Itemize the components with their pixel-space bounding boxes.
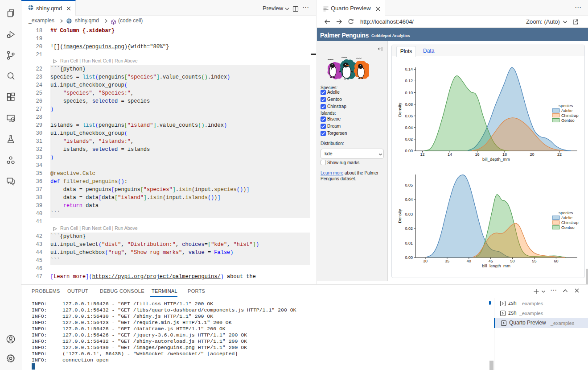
svg-text:35: 35 [445,259,449,263]
svg-text:bill_depth_mm: bill_depth_mm [482,157,510,162]
svg-text:Density: Density [397,209,402,223]
svg-text:55: 55 [532,259,536,263]
svg-text:Adelie: Adelie [561,216,572,220]
svg-text:0.12: 0.12 [405,79,413,83]
svg-text:14: 14 [448,152,452,157]
svg-text:Chinstrap: Chinstrap [561,220,579,225]
svg-text:45: 45 [489,259,493,263]
svg-text:0.01: 0.01 [405,241,413,245]
svg-text:0.14: 0.14 [405,67,413,71]
svg-text:0.04: 0.04 [405,125,413,130]
svg-text:16: 16 [475,152,479,157]
svg-text:Adelie: Adelie [561,108,572,113]
svg-text:Gentoo: Gentoo [561,225,575,230]
svg-text:bill_length_mm: bill_length_mm [482,263,510,268]
svg-text:40: 40 [467,259,471,263]
svg-text:20: 20 [530,152,534,157]
svg-text:0.02: 0.02 [405,226,413,231]
svg-text:Density: Density [397,103,402,117]
svg-text:0.00: 0.00 [405,255,413,260]
svg-text:0.03: 0.03 [405,212,413,216]
svg-text:species: species [559,103,573,108]
svg-text:species: species [559,210,573,215]
svg-text:50: 50 [510,259,515,263]
svg-text:22: 22 [557,152,562,157]
svg-text:0.06: 0.06 [405,114,413,118]
svg-text:0.10: 0.10 [405,91,413,95]
svg-text:0.05: 0.05 [405,183,413,187]
svg-text:30: 30 [423,259,428,263]
svg-text:60: 60 [554,259,558,263]
svg-text:0.00: 0.00 [405,149,413,153]
svg-text:Chinstrap: Chinstrap [561,113,579,118]
svg-text:0.04: 0.04 [405,197,413,202]
svg-text:18: 18 [502,152,507,157]
svg-text:0.02: 0.02 [405,137,413,141]
svg-text:Gentoo: Gentoo [561,118,575,123]
svg-text:0.08: 0.08 [405,102,413,107]
svg-text:12: 12 [420,152,424,157]
